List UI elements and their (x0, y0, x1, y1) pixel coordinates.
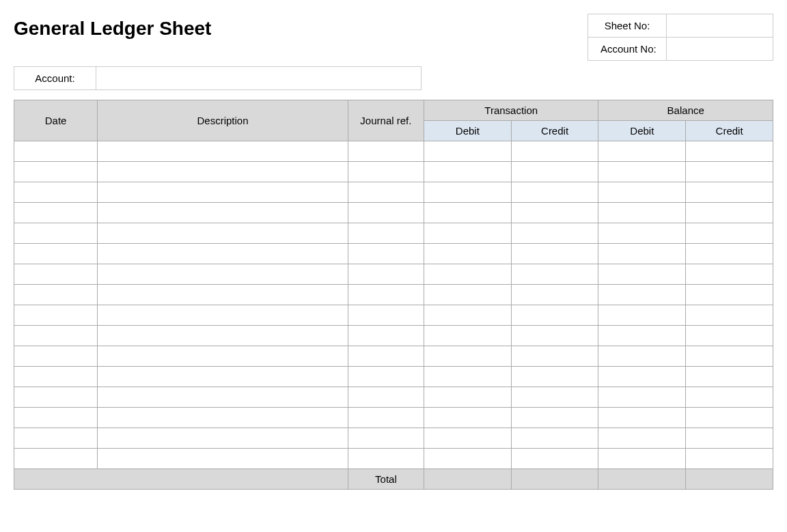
table-cell[interactable] (98, 141, 348, 162)
table-cell[interactable] (424, 367, 511, 387)
table-cell[interactable] (598, 387, 686, 408)
table-cell[interactable] (686, 264, 773, 285)
table-cell[interactable] (98, 305, 348, 326)
table-cell[interactable] (598, 182, 686, 203)
table-cell[interactable] (348, 326, 424, 346)
table-cell[interactable] (348, 285, 424, 305)
table-cell[interactable] (98, 223, 348, 244)
table-cell[interactable] (98, 408, 348, 428)
table-cell[interactable] (424, 285, 511, 305)
table-cell[interactable] (598, 285, 686, 305)
table-cell[interactable] (686, 326, 773, 346)
table-cell[interactable] (511, 326, 598, 346)
table-cell[interactable] (424, 203, 511, 223)
table-cell[interactable] (348, 223, 424, 244)
table-cell[interactable] (598, 326, 686, 346)
table-cell[interactable] (511, 203, 598, 223)
table-cell[interactable] (98, 428, 348, 449)
table-cell[interactable] (348, 305, 424, 326)
table-cell[interactable] (511, 182, 598, 203)
table-cell[interactable] (14, 223, 98, 244)
table-cell[interactable] (598, 428, 686, 449)
table-cell[interactable] (511, 367, 598, 387)
account-value[interactable] (96, 67, 421, 89)
table-cell[interactable] (598, 449, 686, 469)
table-cell[interactable] (98, 203, 348, 223)
table-cell[interactable] (511, 428, 598, 449)
table-cell[interactable] (598, 162, 686, 182)
table-cell[interactable] (14, 449, 98, 469)
table-cell[interactable] (598, 141, 686, 162)
table-cell[interactable] (511, 244, 598, 264)
table-cell[interactable] (598, 244, 686, 264)
table-cell[interactable] (598, 264, 686, 285)
table-cell[interactable] (511, 264, 598, 285)
table-cell[interactable] (14, 162, 98, 182)
table-cell[interactable] (424, 449, 511, 469)
table-cell[interactable] (511, 408, 598, 428)
table-cell[interactable] (14, 387, 98, 408)
table-cell[interactable] (598, 367, 686, 387)
table-cell[interactable] (686, 346, 773, 367)
table-cell[interactable] (511, 141, 598, 162)
table-cell[interactable] (348, 449, 424, 469)
table-cell[interactable] (98, 162, 348, 182)
table-cell[interactable] (686, 203, 773, 223)
table-cell[interactable] (424, 162, 511, 182)
table-cell[interactable] (511, 223, 598, 244)
table-cell[interactable] (14, 326, 98, 346)
table-cell[interactable] (348, 203, 424, 223)
table-cell[interactable] (511, 449, 598, 469)
table-cell[interactable] (14, 182, 98, 203)
table-cell[interactable] (424, 346, 511, 367)
table-cell[interactable] (598, 203, 686, 223)
table-cell[interactable] (98, 326, 348, 346)
table-cell[interactable] (598, 223, 686, 244)
table-cell[interactable] (424, 326, 511, 346)
table-cell[interactable] (424, 408, 511, 428)
table-cell[interactable] (348, 264, 424, 285)
table-cell[interactable] (424, 428, 511, 449)
table-cell[interactable] (686, 285, 773, 305)
table-cell[interactable] (348, 367, 424, 387)
table-cell[interactable] (98, 182, 348, 203)
table-cell[interactable] (98, 285, 348, 305)
table-cell[interactable] (14, 264, 98, 285)
table-cell[interactable] (686, 449, 773, 469)
table-cell[interactable] (598, 346, 686, 367)
table-cell[interactable] (348, 162, 424, 182)
table-cell[interactable] (424, 305, 511, 326)
table-cell[interactable] (686, 244, 773, 264)
table-cell[interactable] (424, 264, 511, 285)
account-no-value[interactable] (667, 38, 773, 60)
table-cell[interactable] (98, 346, 348, 367)
table-cell[interactable] (686, 428, 773, 449)
table-cell[interactable] (348, 182, 424, 203)
table-cell[interactable] (348, 387, 424, 408)
table-cell[interactable] (14, 141, 98, 162)
table-cell[interactable] (14, 285, 98, 305)
table-cell[interactable] (98, 387, 348, 408)
table-cell[interactable] (686, 223, 773, 244)
table-cell[interactable] (14, 305, 98, 326)
table-cell[interactable] (14, 203, 98, 223)
table-cell[interactable] (686, 408, 773, 428)
table-cell[interactable] (598, 305, 686, 326)
table-cell[interactable] (424, 244, 511, 264)
table-cell[interactable] (686, 387, 773, 408)
table-cell[interactable] (348, 141, 424, 162)
table-cell[interactable] (598, 408, 686, 428)
table-cell[interactable] (686, 182, 773, 203)
table-cell[interactable] (511, 305, 598, 326)
table-cell[interactable] (511, 387, 598, 408)
table-cell[interactable] (686, 162, 773, 182)
table-cell[interactable] (98, 264, 348, 285)
table-cell[interactable] (14, 346, 98, 367)
table-cell[interactable] (98, 449, 348, 469)
sheet-no-value[interactable] (667, 14, 773, 37)
table-cell[interactable] (686, 141, 773, 162)
table-cell[interactable] (348, 408, 424, 428)
table-cell[interactable] (511, 162, 598, 182)
table-cell[interactable] (424, 387, 511, 408)
table-cell[interactable] (686, 305, 773, 326)
